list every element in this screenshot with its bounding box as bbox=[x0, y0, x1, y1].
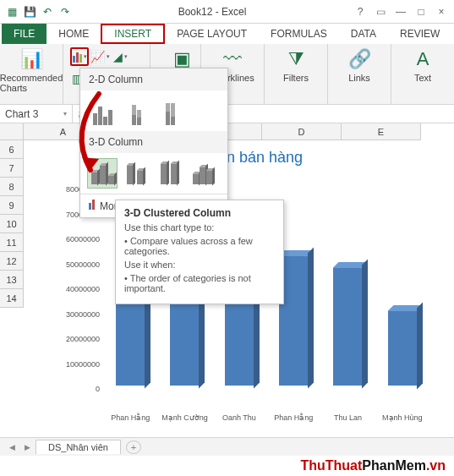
save-icon[interactable]: 💾 bbox=[21, 3, 38, 20]
tab-formulas[interactable]: FORMULAS bbox=[259, 24, 339, 44]
ribbon-tabs: FILE HOME INSERT PAGE LAYOUT FORMULAS DA… bbox=[0, 24, 454, 44]
sheet-tab-active[interactable]: DS_Nhân viên bbox=[36, 440, 121, 454]
sheet-tab-bar: ◀ ▶ DS_Nhân viên + bbox=[0, 437, 454, 456]
tooltip-title: 3-D Clustered Column bbox=[124, 207, 275, 219]
quick-access-toolbar: ▦ 💾 ↶ ↷ bbox=[3, 3, 74, 20]
window-controls: ? ▭ — □ × bbox=[351, 3, 451, 20]
sheet-nav-prev[interactable]: ◀ bbox=[5, 443, 19, 451]
tab-page-layout[interactable]: PAGE LAYOUT bbox=[165, 24, 259, 44]
row-8[interactable]: 8 bbox=[0, 178, 24, 196]
tab-home[interactable]: HOME bbox=[46, 24, 101, 44]
tab-file[interactable]: FILE bbox=[2, 24, 46, 44]
row-6[interactable]: 6 bbox=[0, 140, 24, 159]
group-links: 🔗 Links bbox=[328, 44, 391, 104]
annotation-arrow bbox=[52, 90, 112, 185]
3d-100-stacked-column[interactable] bbox=[155, 158, 185, 189]
maximize-icon[interactable]: □ bbox=[412, 3, 430, 20]
text-button[interactable]: A Text bbox=[398, 47, 447, 83]
recommended-charts-button[interactable]: 📊 Recommended Charts bbox=[7, 47, 56, 93]
row-11[interactable]: 11 bbox=[0, 233, 24, 252]
links-button[interactable]: 🔗 Links bbox=[335, 47, 384, 83]
3d-column[interactable] bbox=[189, 158, 219, 189]
line-chart-button[interactable]: 📈 bbox=[90, 47, 109, 66]
text-label: Text bbox=[414, 73, 431, 83]
watermark: ThuThuatPhanMem.vn bbox=[0, 456, 454, 476]
undo-icon[interactable]: ↶ bbox=[39, 3, 56, 20]
recommended-charts-icon: 📊 bbox=[19, 47, 43, 71]
row-14[interactable]: 14 bbox=[0, 289, 24, 308]
column-chart-button[interactable] bbox=[70, 47, 89, 66]
area-chart-button[interactable]: ◢ bbox=[111, 47, 129, 66]
chart-type-tooltip: 3-D Clustered Column Use this chart type… bbox=[115, 200, 284, 304]
2d-stacked-column[interactable] bbox=[121, 96, 151, 126]
row-10[interactable]: 10 bbox=[0, 215, 24, 233]
group-filters: ⧩ Filters bbox=[265, 44, 328, 104]
tab-review[interactable]: REVIEW bbox=[388, 24, 451, 44]
sheet-nav-next[interactable]: ▶ bbox=[20, 443, 34, 451]
window-title: Book12 - Excel bbox=[74, 6, 351, 18]
help-icon[interactable]: ? bbox=[351, 3, 369, 20]
tooltip-line4: • The order of categories is not importa… bbox=[124, 273, 275, 293]
filters-icon: ⧩ bbox=[284, 47, 308, 71]
redo-icon[interactable]: ↷ bbox=[57, 3, 74, 20]
col-d[interactable]: D bbox=[262, 123, 342, 140]
links-icon: 🔗 bbox=[347, 47, 371, 71]
text-icon: A bbox=[411, 47, 435, 71]
tooltip-line2: • Compare values across a few categories… bbox=[124, 236, 275, 256]
filters-button[interactable]: ⧩ Filters bbox=[271, 47, 320, 83]
tooltip-line1: Use this chart type to: bbox=[124, 222, 275, 233]
dropdown-header-2d: 2-D Column bbox=[80, 68, 227, 90]
tooltip-line3: Use it when: bbox=[124, 260, 275, 270]
group-text: A Text bbox=[391, 44, 454, 104]
links-label: Links bbox=[348, 73, 370, 83]
col-e[interactable]: E bbox=[342, 123, 421, 140]
tab-insert[interactable]: INSERT bbox=[101, 24, 165, 44]
close-icon[interactable]: × bbox=[432, 3, 451, 20]
row-headers: 6 7 8 9 10 11 12 13 14 bbox=[0, 140, 24, 308]
excel-icon: ▦ bbox=[3, 3, 20, 20]
select-all-corner[interactable] bbox=[0, 123, 24, 140]
new-sheet-button[interactable]: + bbox=[126, 440, 141, 454]
row-7[interactable]: 7 bbox=[0, 159, 24, 178]
tab-data[interactable]: DATA bbox=[339, 24, 388, 44]
titlebar: ▦ 💾 ↶ ↷ Book12 - Excel ? ▭ — □ × bbox=[0, 0, 454, 24]
ribbon-toggle-icon[interactable]: ▭ bbox=[371, 3, 390, 20]
2d-100-stacked-column[interactable] bbox=[155, 96, 185, 126]
chart-x-axis: Phan HằngMạnh CườngOanh ThuPhan HằngThu … bbox=[103, 414, 429, 423]
minimize-icon[interactable]: — bbox=[391, 3, 410, 20]
row-12[interactable]: 12 bbox=[0, 252, 24, 271]
filters-label: Filters bbox=[283, 73, 309, 83]
row-13[interactable]: 13 bbox=[0, 271, 24, 289]
row-9[interactable]: 9 bbox=[0, 196, 24, 215]
3d-stacked-column[interactable] bbox=[121, 158, 151, 189]
